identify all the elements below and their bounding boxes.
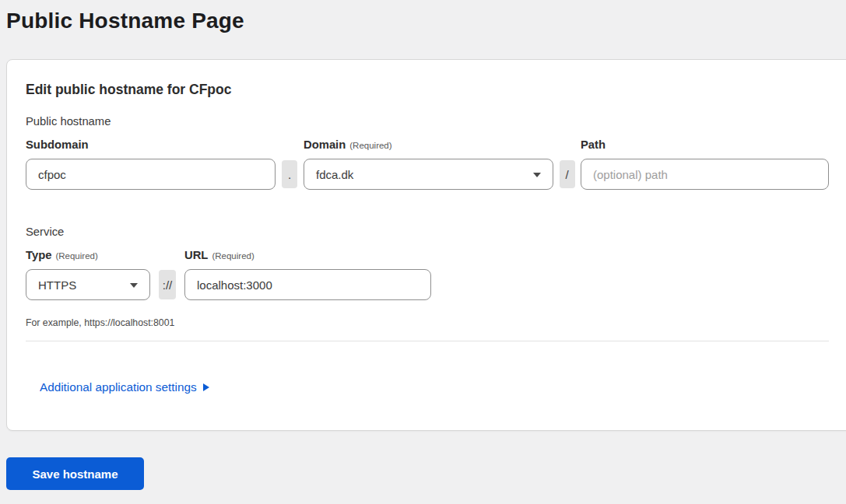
card-content: Edit public hostname for CFpoc Public ho…	[26, 82, 829, 394]
subdomain-label: Subdomain	[26, 138, 276, 152]
domain-required-tag: (Required)	[349, 141, 391, 150]
chevron-right-icon	[203, 383, 209, 391]
domain-selected-value: fdca.dk	[316, 168, 353, 181]
additional-settings-label: Additional application settings	[40, 380, 197, 394]
dot-separator-badge: .	[282, 160, 297, 188]
subdomain-label-text: Subdomain	[26, 138, 89, 151]
type-label: Type(Required)	[26, 248, 150, 262]
public-hostname-section-label: Public hostname	[26, 115, 829, 128]
slash-separator-badge: /	[560, 160, 575, 188]
service-inputs-row: HTTPS ://	[26, 269, 829, 300]
service-type-select[interactable]: HTTPS	[26, 269, 150, 300]
scheme-separator-badge: ://	[159, 270, 177, 299]
chevron-down-icon	[130, 283, 138, 288]
domain-select[interactable]: fdca.dk	[304, 159, 553, 190]
page-title: Public Hostname Page	[6, 8, 846, 34]
subdomain-input[interactable]	[26, 159, 276, 190]
service-type-selected-value: HTTPS	[38, 278, 76, 292]
service-url-input[interactable]	[184, 269, 431, 300]
hostname-labels-row: Subdomain Domain(Required) Path	[26, 138, 829, 152]
url-label-text: URL	[184, 249, 208, 261]
type-label-text: Type	[26, 249, 51, 261]
domain-label-text: Domain	[304, 138, 346, 151]
url-required-tag: (Required)	[212, 251, 254, 261]
path-input[interactable]	[581, 159, 829, 190]
type-required-tag: (Required)	[55, 251, 97, 261]
chevron-down-icon	[533, 173, 541, 177]
hostname-inputs-row: . fdca.dk /	[26, 159, 829, 190]
path-label: Path	[581, 138, 829, 152]
url-label: URL(Required)	[184, 248, 431, 262]
save-hostname-button[interactable]: Save hostname	[6, 457, 144, 490]
url-example-hint: For example, https://localhost:8001	[26, 317, 829, 328]
path-label-text: Path	[581, 138, 606, 151]
edit-hostname-card: Edit public hostname for CFpoc Public ho…	[6, 59, 846, 431]
section-divider	[26, 341, 829, 341]
additional-application-settings-link[interactable]: Additional application settings	[40, 380, 209, 394]
card-heading: Edit public hostname for CFpoc	[26, 82, 829, 98]
service-labels-row: Type(Required) URL(Required)	[26, 248, 829, 262]
service-section-label: Service	[26, 226, 829, 238]
domain-label: Domain(Required)	[304, 138, 553, 152]
